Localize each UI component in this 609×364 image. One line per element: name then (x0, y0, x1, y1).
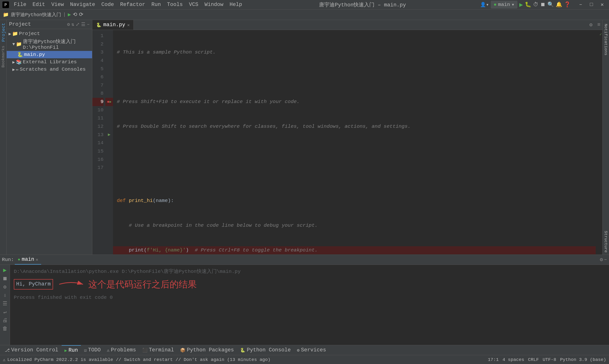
code-content[interactable]: # This is a sample Python script. # Pres… (113, 30, 599, 255)
bookmarks-tab-side[interactable]: Bookmarks (0, 44, 6, 69)
panel-close-icon[interactable]: – (87, 22, 90, 27)
menu-edit[interactable]: Edit (30, 1, 48, 8)
panel-sort-icon[interactable]: ⇅ (71, 21, 74, 27)
project-panel-title: Project (9, 21, 66, 27)
tab-services[interactable]: ⚙ Services (294, 345, 329, 355)
run-tab-label: main (22, 257, 34, 262)
status-message[interactable]: Localized PyCharm 2022.2.2 is available … (7, 357, 271, 362)
ext-libs-arrow-icon: ▶ (12, 59, 15, 65)
gutter-line-12 (105, 123, 113, 131)
toolbar-run-btn[interactable]: ▶ (68, 12, 71, 18)
rerun-button[interactable]: ▶ (3, 267, 6, 273)
cursor-position[interactable]: 17:1 (488, 357, 499, 362)
menu-navigate[interactable]: Navigate (67, 1, 98, 8)
toolbar-undo[interactable]: ⟳ (79, 12, 83, 18)
project-tab[interactable]: Project (0, 21, 7, 44)
menu-file[interactable]: File (11, 1, 29, 8)
window-title: 唐宇迪Python快速入门 – main.py (245, 1, 480, 8)
tab-problems[interactable]: ⚠ Problems (104, 345, 139, 355)
scratches-icon: ✏️ (16, 66, 19, 72)
tree-item-main-py[interactable]: 🐍 main.py (7, 51, 92, 58)
editor-tab-main-py[interactable]: 🐍 main.py ✕ (92, 20, 134, 30)
minimize-button[interactable]: – (576, 1, 585, 8)
filter-output-button[interactable]: ☰ (3, 300, 7, 307)
todo-label: TODO (88, 347, 101, 353)
project-tree: ▶ 📁 Project ▼ 📁 唐宇迪Python快速入门 D:\PythonF… (7, 29, 92, 255)
scroll-output-button[interactable]: ⇩ (3, 292, 6, 299)
svg-text:P: P (4, 3, 7, 7)
gutter-line-3 (105, 48, 113, 57)
maximize-button[interactable]: □ (587, 1, 596, 8)
panel-expand-icon[interactable]: ⤢ (76, 21, 80, 27)
tab-terminal[interactable]: ⬛ Terminal (139, 345, 177, 355)
code-line-1: # This is a sample Python script. (117, 48, 596, 57)
clear-output-button[interactable]: 🗑 (2, 325, 8, 332)
menu-vcs[interactable]: VCS (186, 1, 201, 8)
run-panel-gear-icon[interactable]: ⚙ (600, 257, 603, 263)
tab-version-control[interactable]: ⎇ Version Control (2, 345, 61, 355)
menu-view[interactable]: View (49, 1, 67, 8)
help-icon[interactable]: ❓ (564, 1, 570, 8)
notifications-tab-side[interactable]: Notifications (603, 22, 609, 57)
tab-python-packages[interactable]: 📦 Python Packages (177, 345, 237, 355)
close-button[interactable]: ✕ (598, 1, 607, 8)
account-icon[interactable]: 👤▾ (480, 2, 489, 8)
run-panel-minimize-icon[interactable]: – (604, 257, 607, 263)
panel-settings-icon[interactable]: ⚙ (67, 21, 70, 27)
gutter-line-17 (105, 164, 113, 172)
status-bar: ⚠ Localized PyCharm 2022.2.2 is availabl… (0, 355, 609, 364)
structure-tab-side[interactable]: Structure (603, 229, 609, 255)
tab-close-icon[interactable]: ✕ (127, 22, 130, 28)
menu-code[interactable]: Code (99, 1, 117, 8)
tab-python-console[interactable]: 🐍 Python Console (237, 345, 294, 355)
services-label: Services (301, 347, 326, 353)
restore-layout-button[interactable]: ⚙ (3, 284, 6, 290)
file-encoding[interactable]: UTF-8 (543, 357, 556, 362)
toolbar-redo[interactable]: ⟲ (73, 12, 77, 18)
tab-run[interactable]: ▶ Run (62, 345, 81, 355)
ext-libs-label: External Libraries (23, 59, 77, 65)
run-output: D:\Anaconda\Installation\python.exe D:\P… (10, 265, 609, 345)
menu-refactor[interactable]: Refactor (117, 1, 148, 8)
python-file-icon: 🐍 (17, 52, 23, 58)
tree-item-project[interactable]: ▶ 📁 Project (7, 30, 92, 37)
stop-run-button[interactable]: ⏹ (2, 275, 8, 282)
menu-run[interactable]: Run (149, 1, 164, 8)
run-config-selector[interactable]: ● main ▾ (491, 1, 518, 9)
tree-item-scratches[interactable]: ▶ ✏️ Scratches and Consoles (7, 66, 92, 73)
editor-notifications-icon[interactable]: ≡ (596, 22, 602, 28)
run-tab-close-icon[interactable]: ✕ (36, 257, 38, 262)
run-tab-icon: ● (18, 257, 20, 262)
stop-button[interactable]: ⏹ (540, 1, 545, 8)
menu-window[interactable]: Window (202, 1, 226, 8)
terminal-label: Terminal (149, 347, 174, 353)
tab-todo[interactable]: ☑ TODO (81, 345, 104, 355)
menu-tools[interactable]: Tools (164, 1, 186, 8)
editor-gear-icon[interactable]: ⚙ (587, 22, 596, 28)
search-everywhere-button[interactable]: 🔍 (547, 1, 554, 8)
code-line-3: # Press Shift+F10 to execute it or repla… (117, 98, 596, 106)
indent-size[interactable]: 4 spaces (502, 357, 524, 362)
code-editor[interactable]: 12345678 9 1011121314151617 ● ▶ (92, 30, 602, 255)
run-annotation-text: 这个是代码运行之后的结果 (88, 277, 197, 292)
soft-wrap-button[interactable]: ↵ (3, 309, 6, 315)
debug-button[interactable]: 🐛 (525, 1, 531, 8)
profile-button[interactable]: ⏱ (533, 1, 538, 8)
todo-icon: ☑ (84, 348, 87, 353)
run-button[interactable]: ▶ (519, 1, 523, 9)
menu-help[interactable]: Help (227, 1, 245, 8)
python-interpreter[interactable]: Python 3.9 (base) (560, 357, 606, 362)
panel-gear-icon[interactable]: ☰ (81, 21, 85, 27)
tree-item-root-folder[interactable]: ▼ 📁 唐宇迪Python快速入门 D:\PythonFil (7, 37, 92, 51)
run-tab-main[interactable]: ● main ✕ (15, 255, 41, 265)
updates-icon[interactable]: 🔔 (556, 1, 562, 8)
editor-area: 🐍 main.py ✕ ⚙ ≡ 12345678 9 1011121314151… (92, 20, 602, 255)
gutter-run-indicator: ▶ (105, 131, 113, 139)
tree-item-external-libs[interactable]: ▶ 📚 External Libraries (7, 58, 92, 66)
left-panel-tabs: Project Bookmarks (0, 20, 7, 255)
run-content: ▶ ⏹ ⚙ ⇩ ☰ ↵ 🖨 🗑 D:\Anaconda\Installation… (0, 265, 609, 345)
code-line-2 (117, 73, 596, 81)
print-output-button[interactable]: 🖨 (2, 317, 8, 324)
line-separator[interactable]: CRLF (528, 357, 539, 362)
project-icon[interactable]: 📁 (3, 12, 9, 18)
